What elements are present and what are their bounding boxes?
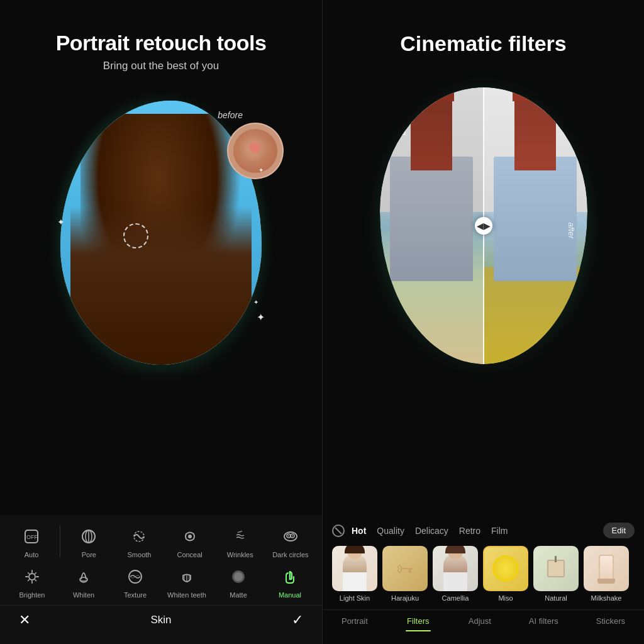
svg-point-21 <box>80 577 87 581</box>
filter-harajuku[interactable]: 🗝 Harajuku <box>382 546 428 602</box>
before-label: before <box>218 110 243 120</box>
pore-label: Pore <box>82 551 96 558</box>
natural-thumbnail <box>533 546 579 591</box>
conceal-label: Conceal <box>177 551 202 558</box>
close-button[interactable]: ✕ <box>19 612 30 628</box>
left-subtitle: Bring out the best of you <box>56 60 267 72</box>
edit-button[interactable]: Edit <box>603 523 635 538</box>
milkshake-thumbnail <box>584 546 629 591</box>
svg-point-6 <box>188 535 192 538</box>
tool-divider <box>60 526 60 557</box>
no-filter-button[interactable] <box>332 525 345 537</box>
svg-point-12 <box>29 574 35 580</box>
tab-quality[interactable]: Quality <box>373 524 408 538</box>
whitenteeth-label: Whiten teeth <box>167 591 206 599</box>
svg-text:OFF: OFF <box>26 534 38 540</box>
right-title: Cinematic filters <box>400 31 567 56</box>
conceal-icon <box>178 525 202 548</box>
harajuku-thumbnail: 🗝 <box>382 546 428 591</box>
toolbar: OFF Auto Pore <box>0 515 322 644</box>
tool-auto[interactable]: OFF Auto <box>9 525 53 558</box>
tool-matte[interactable]: Matte <box>216 565 260 599</box>
filter-camellia[interactable]: Camellia <box>433 546 478 602</box>
nav-filters-label: Filters <box>407 616 429 626</box>
auto-icon: OFF <box>19 525 43 548</box>
split-before <box>380 87 484 364</box>
tab-film[interactable]: Film <box>487 524 511 538</box>
whiten-label: Whiten <box>73 591 94 599</box>
darkcircles-icon <box>279 525 303 548</box>
section-title: Skin <box>150 614 171 626</box>
brighten-label: Brighten <box>19 591 45 599</box>
filter-thumbs: Light Skin 🗝 Harajuku Camellia <box>323 546 644 609</box>
tool-row-2: Brighten Whiten <box>0 565 322 605</box>
face-hair-side <box>70 206 252 365</box>
filter-lightskin[interactable]: Light Skin <box>332 546 377 602</box>
tool-wrinkles[interactable]: Wrinkles <box>218 525 262 558</box>
split-container: ◀▶ before after <box>380 87 587 364</box>
left-panel: Portrait retouch tools Bring out the bes… <box>0 0 322 644</box>
tab-delicacy[interactable]: Delicacy <box>411 524 452 538</box>
left-title: Portrait retouch tools <box>56 31 267 55</box>
left-header: Portrait retouch tools Bring out the bes… <box>43 0 279 85</box>
nav-portrait[interactable]: Portrait <box>341 616 368 631</box>
filters-active-indicator <box>406 630 431 631</box>
filter-milkshake[interactable]: Milkshake <box>584 546 629 602</box>
svg-line-17 <box>28 573 30 574</box>
bottom-nav: Portrait Filters Adjust AI filters Stick… <box>323 609 644 644</box>
tool-pore[interactable]: Pore <box>67 525 111 558</box>
manual-icon <box>278 565 302 589</box>
nav-adjust[interactable]: Adjust <box>469 616 491 631</box>
blemish-callout <box>227 123 284 179</box>
tool-conceal[interactable]: Conceal <box>168 525 212 558</box>
whiten-icon <box>72 565 96 589</box>
texture-icon <box>123 565 147 589</box>
sparkle-icon-3: ✦ <box>257 311 265 323</box>
tool-whiten-teeth[interactable]: Whiten teeth <box>165 565 209 599</box>
tool-smooth[interactable]: Smooth <box>117 525 161 558</box>
wrinkles-label: Wrinkles <box>227 551 253 558</box>
tab-retro[interactable]: Retro <box>455 524 484 538</box>
brighten-icon <box>20 565 44 589</box>
blemish-inner <box>233 129 277 173</box>
svg-point-11 <box>292 535 293 536</box>
bottom-bar: ✕ Skin ✓ <box>0 605 322 641</box>
tab-hot[interactable]: Hot <box>348 524 370 538</box>
tool-whiten[interactable]: Whiten <box>62 565 106 599</box>
filter-tabs: Hot Quality Delicacy Retro Film Edit <box>323 515 644 546</box>
lighthouse-container: ◀▶ before after <box>364 75 603 377</box>
matte-label: Matte <box>230 591 247 599</box>
auto-label: Auto <box>25 551 39 558</box>
filter-natural[interactable]: Natural <box>533 546 579 602</box>
tool-texture[interactable]: Texture <box>113 565 157 599</box>
tool-darkcircles[interactable]: Dark circles <box>269 525 313 558</box>
nav-adjust-label: Adjust <box>469 616 491 626</box>
nav-aifilters[interactable]: AI filters <box>529 616 558 631</box>
split-handle[interactable]: ◀▶ <box>475 217 492 235</box>
nav-stickers-label: Stickers <box>596 616 625 626</box>
after-label-right: after <box>567 222 576 238</box>
nav-portrait-label: Portrait <box>341 616 368 626</box>
confirm-button[interactable]: ✓ <box>292 612 303 628</box>
smooth-icon <box>127 525 151 548</box>
tool-row-1: OFF Auto Pore <box>0 525 322 565</box>
nav-filters[interactable]: Filters <box>406 616 431 631</box>
svg-point-27 <box>234 572 243 581</box>
matte-icon <box>226 565 250 589</box>
nav-stickers[interactable]: Stickers <box>596 616 625 631</box>
right-panel: Cinematic filters <box>322 0 644 644</box>
wrinkles-icon <box>228 525 252 548</box>
camellia-person <box>433 546 478 591</box>
natural-label: Natural <box>545 594 567 602</box>
harajuku-label: Harajuku <box>391 594 419 602</box>
no-icon-line <box>335 527 341 534</box>
darkcircles-label: Dark circles <box>272 551 308 558</box>
tool-manual[interactable]: Manual <box>268 565 312 599</box>
lightskin-label: Light Skin <box>340 594 370 602</box>
lightskin-thumbnail <box>332 546 377 591</box>
camellia-thumbnail <box>433 546 478 591</box>
blemish-spot <box>249 142 260 153</box>
svg-line-19 <box>35 573 36 574</box>
filter-miso[interactable]: Miso <box>483 546 528 602</box>
tool-brighten[interactable]: Brighten <box>10 565 54 599</box>
